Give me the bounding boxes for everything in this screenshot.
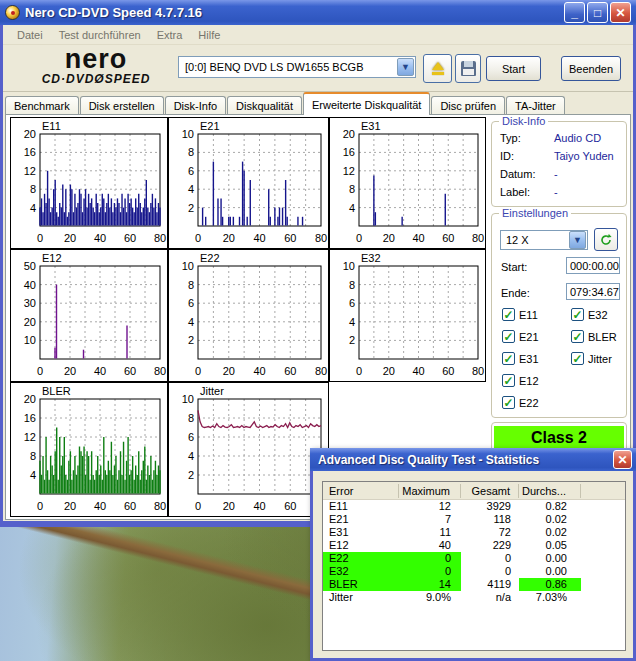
tab-disc-pruefen[interactable]: Disc prüfen xyxy=(431,96,505,115)
chevron-down-icon[interactable]: ▼ xyxy=(397,58,414,76)
stats-cell: 7.03% xyxy=(519,591,581,604)
eject-button[interactable] xyxy=(423,54,452,83)
maximize-button[interactable]: □ xyxy=(587,2,608,23)
chart-e22: 246810E22020406080 xyxy=(168,249,329,382)
speed-select[interactable]: 12 X ▼ xyxy=(500,230,588,250)
column-header-maximum[interactable]: Maximum xyxy=(399,484,461,498)
checkbox-e22[interactable]: ✓E22 xyxy=(502,396,539,409)
tab-benchmark[interactable]: Benchmark xyxy=(5,96,79,115)
checkbox-e11[interactable]: ✓E11 xyxy=(502,308,538,321)
svg-text:8: 8 xyxy=(188,412,194,424)
disk-info-label: ID: xyxy=(500,150,514,162)
stats-table-row[interactable]: E12402290.05 xyxy=(323,539,625,552)
svg-text:20: 20 xyxy=(64,365,76,377)
svg-text:40: 40 xyxy=(412,365,424,377)
stats-table-row[interactable]: E22000.00 xyxy=(323,552,625,565)
checkbox-e32[interactable]: ✓E32 xyxy=(571,308,608,321)
stats-cell: 40 xyxy=(399,539,461,552)
stats-table-row[interactable]: E2171180.02 xyxy=(323,513,625,526)
checkbox-e12[interactable]: ✓E12 xyxy=(502,374,539,387)
svg-text:E21: E21 xyxy=(200,120,220,132)
stats-cell: Jitter xyxy=(323,591,399,604)
stats-table-row[interactable]: BLER1441190.86 xyxy=(323,578,625,591)
svg-text:10: 10 xyxy=(182,260,194,272)
svg-text:BLER: BLER xyxy=(42,385,71,397)
svg-text:20: 20 xyxy=(64,500,76,512)
svg-text:10: 10 xyxy=(182,393,194,405)
stats-cell: 72 xyxy=(461,526,519,539)
menu-hilfe[interactable]: Hilfe xyxy=(190,27,228,43)
svg-text:40: 40 xyxy=(253,500,265,512)
svg-text:20: 20 xyxy=(24,316,36,328)
minimize-button[interactable]: _ xyxy=(564,2,585,23)
chart-canvas: 246810Jitter020406080 xyxy=(169,383,328,516)
tab-diskqualitaet[interactable]: Diskqualität xyxy=(227,96,302,115)
dialog-titlebar[interactable]: Advanced Disc Quality Test - Statistics … xyxy=(310,448,636,471)
svg-text:2: 2 xyxy=(349,334,355,346)
svg-text:60: 60 xyxy=(284,365,296,377)
disk-info-label: Typ: xyxy=(500,132,521,144)
tab-disk-erstellen[interactable]: Disk erstellen xyxy=(80,96,164,115)
chevron-down-icon[interactable]: ▼ xyxy=(569,231,586,249)
start-button[interactable]: Start xyxy=(486,56,541,81)
svg-text:40: 40 xyxy=(94,365,106,377)
svg-text:10: 10 xyxy=(24,334,36,346)
window-border-left xyxy=(0,25,3,527)
svg-text:40: 40 xyxy=(24,279,36,291)
svg-text:20: 20 xyxy=(64,232,76,244)
start-field[interactable]: 000:00.00 xyxy=(566,257,620,274)
checkmark-icon: ✓ xyxy=(571,330,584,343)
stats-table-row[interactable]: E111239290.82 xyxy=(323,500,625,513)
stats-cell: 0.02 xyxy=(519,513,581,526)
refresh-button[interactable] xyxy=(594,228,618,251)
stats-cell: 0 xyxy=(399,552,461,565)
stats-table-row[interactable]: E32000.00 xyxy=(323,565,625,578)
disk-info-title: Disk-Info xyxy=(499,115,548,127)
svg-text:Jitter: Jitter xyxy=(200,385,224,397)
nero-logo: nero CD·DVDØSPEED xyxy=(21,46,171,86)
stats-cell: 0 xyxy=(399,565,461,578)
close-button[interactable]: ✕ xyxy=(610,2,631,23)
menu-test-durchfuehren[interactable]: Test durchführen xyxy=(51,27,149,43)
svg-text:8: 8 xyxy=(30,183,36,195)
column-header-gesamt[interactable]: Gesamt xyxy=(461,484,519,498)
svg-text:4: 4 xyxy=(188,316,194,328)
svg-text:16: 16 xyxy=(24,146,36,158)
checkbox-bler[interactable]: ✓BLER xyxy=(571,330,617,343)
stats-table-row[interactable]: Jitter9.0%n/a7.03% xyxy=(323,591,625,604)
tab-ta-jitter[interactable]: TA-Jitter xyxy=(506,96,565,115)
svg-text:E32: E32 xyxy=(361,252,381,264)
svg-text:40: 40 xyxy=(253,232,265,244)
stats-table-row[interactable]: E3111720.02 xyxy=(323,526,625,539)
chart-e11: 48121620E11020406080 xyxy=(10,117,168,249)
titlebar[interactable]: Nero CD-DVD Speed 4.7.7.16 _ □ ✕ xyxy=(0,0,636,25)
save-button[interactable] xyxy=(455,54,481,83)
ende-field[interactable]: 079:34.67 xyxy=(566,283,620,300)
speed-select-value: 12 X xyxy=(501,234,569,246)
column-header-durchschnitt[interactable]: Durchs... xyxy=(519,484,581,498)
svg-text:8: 8 xyxy=(349,183,355,195)
checkbox-e21[interactable]: ✓E21 xyxy=(502,330,539,343)
svg-text:6: 6 xyxy=(188,431,194,443)
beenden-button[interactable]: Beenden xyxy=(561,56,621,81)
menu-extra[interactable]: Extra xyxy=(149,27,191,43)
chart-canvas: 1020304050E12020406080 xyxy=(11,250,167,381)
stats-cell: 118 xyxy=(461,513,519,526)
dialog-close-button[interactable]: ✕ xyxy=(613,450,632,469)
drive-select[interactable]: [0:0] BENQ DVD LS DW1655 BCGB ▼ xyxy=(178,56,416,78)
stats-table: Error Maximum Gesamt Durchs... E11123929… xyxy=(322,481,626,651)
svg-text:80: 80 xyxy=(154,500,166,512)
start-field-label: Start: xyxy=(501,261,527,273)
tab-disk-info[interactable]: Disk-Info xyxy=(165,96,226,115)
stats-cell: E11 xyxy=(323,500,399,513)
checkbox-jitter[interactable]: ✓Jitter xyxy=(571,352,612,365)
save-icon xyxy=(461,61,476,76)
svg-text:4: 4 xyxy=(349,202,355,214)
svg-text:0: 0 xyxy=(356,365,362,377)
svg-text:60: 60 xyxy=(442,365,454,377)
menu-datei[interactable]: Datei xyxy=(9,27,51,43)
chart-canvas: 48121620BLER020406080 xyxy=(11,383,167,516)
tab-erweiterte-diskqualitaet[interactable]: Erweiterte Diskqualität xyxy=(303,92,430,115)
column-header-error[interactable]: Error xyxy=(323,484,399,498)
checkbox-e31[interactable]: ✓E31 xyxy=(502,352,539,365)
